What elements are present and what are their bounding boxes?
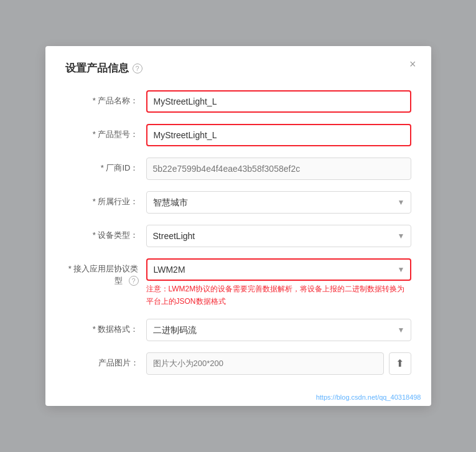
protocol-label: * 接入应用层协议类型 ? bbox=[65, 258, 146, 286]
watermark: https://blog.csdn.net/qq_40318498 bbox=[316, 393, 421, 401]
dialog: 设置产品信息 ? × * 产品名称： * 产品型号： * 厂商ID： bbox=[45, 46, 431, 405]
protocol-note: 注意：LWM2M协议的设备需要完善数据解析，将设备上报的二进制数据转换为平台上的… bbox=[146, 283, 411, 307]
industry-row: * 所属行业： 智慧城市 工业制造 能源 其他 ▼ bbox=[65, 191, 411, 214]
product-name-wrap bbox=[146, 90, 411, 113]
product-name-input[interactable] bbox=[146, 90, 411, 113]
product-image-label: 产品图片： bbox=[65, 352, 146, 369]
vendor-id-input[interactable] bbox=[146, 158, 411, 180]
product-name-label: * 产品名称： bbox=[65, 90, 146, 106]
dialog-header: 设置产品信息 ? bbox=[65, 61, 411, 75]
product-model-input[interactable] bbox=[146, 124, 411, 146]
protocol-select[interactable]: LWM2M MQTT CoAP HTTPS bbox=[146, 258, 411, 281]
dialog-overlay: 设置产品信息 ? × * 产品名称： * 产品型号： * 厂商ID： bbox=[0, 0, 476, 452]
protocol-select-wrap: LWM2M MQTT CoAP HTTPS ▼ bbox=[146, 258, 411, 281]
product-name-row: * 产品名称： bbox=[65, 90, 411, 113]
dialog-title: 设置产品信息 bbox=[65, 61, 129, 75]
data-format-row: * 数据格式： 二进制码流 JSON String ▼ bbox=[65, 319, 411, 341]
product-model-wrap bbox=[146, 124, 411, 146]
industry-select-wrap: 智慧城市 工业制造 能源 其他 ▼ bbox=[146, 191, 411, 214]
product-image-wrap: ⬆ bbox=[146, 352, 411, 375]
data-format-wrap: 二进制码流 JSON String ▼ bbox=[146, 319, 411, 341]
vendor-id-row: * 厂商ID： bbox=[65, 158, 411, 180]
industry-wrap: 智慧城市 工业制造 能源 其他 ▼ bbox=[146, 191, 411, 214]
vendor-id-label: * 厂商ID： bbox=[65, 158, 146, 174]
upload-button[interactable]: ⬆ bbox=[389, 352, 411, 375]
protocol-help-icon[interactable]: ? bbox=[129, 276, 139, 286]
data-format-label: * 数据格式： bbox=[65, 319, 146, 335]
product-image-input[interactable] bbox=[146, 352, 384, 375]
product-model-row: * 产品型号： bbox=[65, 124, 411, 146]
product-image-row: 产品图片： ⬆ bbox=[65, 352, 411, 375]
dialog-help-icon[interactable]: ? bbox=[133, 64, 142, 73]
product-model-label: * 产品型号： bbox=[65, 124, 146, 140]
device-type-select-wrap: StreetLight Gateway Sensor ▼ bbox=[146, 225, 411, 247]
data-format-select[interactable]: 二进制码流 JSON String bbox=[146, 319, 411, 341]
data-format-select-wrap: 二进制码流 JSON String ▼ bbox=[146, 319, 411, 341]
protocol-wrap: LWM2M MQTT CoAP HTTPS ▼ 注意：LWM2M协议的设备需要完… bbox=[146, 258, 411, 307]
close-button[interactable]: × bbox=[409, 59, 416, 70]
device-type-label: * 设备类型： bbox=[65, 225, 146, 241]
device-type-row: * 设备类型： StreetLight Gateway Sensor ▼ bbox=[65, 225, 411, 247]
protocol-row: * 接入应用层协议类型 ? LWM2M MQTT CoAP HTTPS ▼ 注意… bbox=[65, 258, 411, 307]
vendor-id-wrap bbox=[146, 158, 411, 180]
upload-wrap: ⬆ bbox=[146, 352, 411, 375]
device-type-select[interactable]: StreetLight Gateway Sensor bbox=[146, 225, 411, 247]
device-type-wrap: StreetLight Gateway Sensor ▼ bbox=[146, 225, 411, 247]
industry-label: * 所属行业： bbox=[65, 191, 146, 207]
industry-select[interactable]: 智慧城市 工业制造 能源 其他 bbox=[146, 191, 411, 214]
